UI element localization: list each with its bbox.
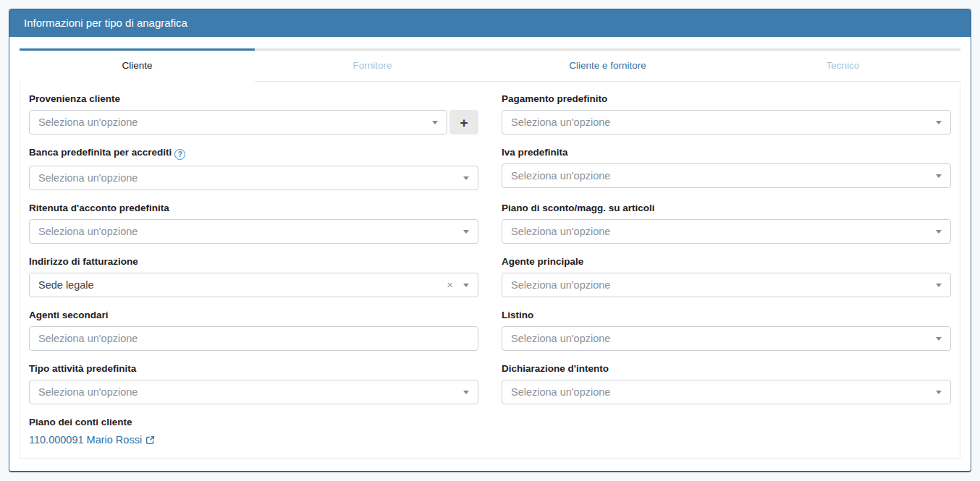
ritenuta-acconto-label: Ritenuta d'acconto predefinita: [29, 203, 478, 213]
field-piano-dei-conti: Piano dei conti cliente 110.000091 Mario…: [29, 417, 478, 446]
clear-selection-icon[interactable]: ×: [447, 278, 453, 291]
select-placeholder: Seleziona un'opzione: [38, 116, 138, 128]
field-banca-predefinita: Banca predefinita per accrediti? Selezio…: [29, 147, 478, 190]
select-placeholder: Seleziona un'opzione: [511, 116, 610, 128]
chevron-down-icon: [936, 121, 942, 124]
field-piano-sconto: Piano di sconto/magg. su articoli Selezi…: [502, 203, 951, 244]
chevron-down-icon: [936, 174, 942, 178]
chevron-down-icon: [936, 391, 942, 394]
piano-sconto-label: Piano di sconto/magg. su articoli: [502, 203, 951, 213]
banca-predefinita-select[interactable]: Seleziona un'opzione: [29, 166, 478, 190]
provenienza-cliente-select[interactable]: Seleziona un'opzione: [29, 110, 447, 135]
indirizzo-fatturazione-label: Indirizzo di fatturazione: [29, 256, 478, 267]
banca-predefinita-label-text: Banca predefinita per accrediti: [29, 147, 172, 158]
card-body: Cliente Fornitore Cliente e fornitore Te…: [9, 37, 971, 473]
cliente-form: Provenienza cliente Seleziona un'opzione…: [29, 93, 951, 451]
tipo-attivita-select[interactable]: Seleziona un'opzione: [29, 380, 478, 404]
select-placeholder: Seleziona un'opzione: [511, 279, 610, 291]
field-agente-principale: Agente principale Seleziona un'opzione: [502, 256, 951, 297]
tipo-attivita-label: Tipo attività predefinita: [29, 363, 478, 374]
select-placeholder: Seleziona un'opzione: [38, 333, 138, 344]
chevron-down-icon: [463, 230, 469, 234]
chevron-down-icon: [463, 391, 469, 394]
dichiarazione-intento-select[interactable]: Seleziona un'opzione: [502, 380, 951, 404]
chevron-down-icon: [936, 284, 942, 287]
add-provenienza-button[interactable]: +: [449, 110, 478, 135]
piano-dei-conti-label: Piano dei conti cliente: [29, 417, 478, 427]
selected-value: Sede legale: [38, 279, 94, 291]
provenienza-cliente-label: Provenienza cliente: [29, 93, 478, 104]
piano-dei-conti-link-text: 110.000091 Mario Rossi: [29, 434, 142, 446]
banca-predefinita-label: Banca predefinita per accrediti?: [29, 147, 478, 160]
piano-sconto-select[interactable]: Seleziona un'opzione: [502, 219, 951, 244]
piano-dei-conti-link[interactable]: 110.000091 Mario Rossi: [29, 434, 155, 446]
field-dichiarazione-intento: Dichiarazione d'intento Seleziona un'opz…: [502, 363, 951, 404]
field-agenti-secondari: Agenti secondari Seleziona un'opzione: [29, 310, 478, 351]
select-placeholder: Seleziona un'opzione: [38, 172, 138, 184]
select-placeholder: Seleziona un'opzione: [38, 226, 138, 237]
select-placeholder: Seleziona un'opzione: [38, 386, 138, 398]
field-tipo-attivita: Tipo attività predefinita Seleziona un'o…: [29, 363, 478, 404]
indirizzo-fatturazione-select[interactable]: Sede legale ×: [29, 273, 478, 297]
tab-tecnico[interactable]: Tecnico: [725, 48, 960, 82]
field-provenienza-cliente: Provenienza cliente Seleziona un'opzione…: [29, 93, 478, 135]
field-iva-predefinita: Iva predefinita Seleziona un'opzione: [502, 147, 951, 190]
field-pagamento-predefinito: Pagamento predefinito Seleziona un'opzio…: [502, 93, 951, 135]
ritenuta-acconto-select[interactable]: Seleziona un'opzione: [29, 219, 478, 244]
question-circle-icon[interactable]: ?: [174, 149, 185, 160]
tab-cliente-label: Cliente: [122, 60, 152, 71]
field-listino: Listino Seleziona un'opzione: [502, 310, 951, 351]
chevron-down-icon: [936, 230, 942, 234]
tab-tecnico-label: Tecnico: [827, 60, 860, 71]
chevron-down-icon: [463, 176, 469, 180]
field-ritenuta-acconto: Ritenuta d'acconto predefinita Seleziona…: [29, 203, 478, 244]
card-header: Informazioni per tipo di anagrafica: [9, 9, 971, 37]
select-placeholder: Seleziona un'opzione: [511, 170, 610, 182]
pagamento-predefinito-select[interactable]: Seleziona un'opzione: [502, 110, 951, 135]
listino-select[interactable]: Seleziona un'opzione: [502, 326, 951, 351]
iva-predefinita-label: Iva predefinita: [502, 147, 951, 158]
dichiarazione-intento-label: Dichiarazione d'intento: [502, 363, 951, 374]
chevron-down-icon: [432, 121, 438, 124]
field-indirizzo-fatturazione: Indirizzo di fatturazione Sede legale ×: [29, 256, 478, 297]
agente-principale-select[interactable]: Seleziona un'opzione: [502, 273, 951, 297]
select-placeholder: Seleziona un'opzione: [511, 386, 610, 398]
tab-cliente[interactable]: Cliente: [20, 48, 255, 82]
anagrafica-type-tabs: Cliente Fornitore Cliente e fornitore Te…: [20, 48, 960, 82]
select-placeholder: Seleziona un'opzione: [511, 333, 610, 344]
listino-label: Listino: [502, 310, 951, 320]
pagamento-predefinito-label: Pagamento predefinito: [502, 93, 951, 104]
anagrafica-info-card: Informazioni per tipo di anagrafica Clie…: [9, 9, 971, 472]
agenti-secondari-label: Agenti secondari: [29, 310, 478, 320]
agenti-secondari-select[interactable]: Seleziona un'opzione: [29, 326, 478, 351]
select-placeholder: Seleziona un'opzione: [511, 226, 610, 237]
agente-principale-label: Agente principale: [502, 256, 951, 267]
plus-icon: +: [460, 115, 468, 130]
chevron-down-icon: [936, 337, 942, 341]
tab-cliente-e-fornitore-label: Cliente e fornitore: [569, 60, 646, 71]
iva-predefinita-select[interactable]: Seleziona un'opzione: [502, 163, 951, 188]
chevron-down-icon: [463, 284, 469, 287]
panel-title: Informazioni per tipo di anagrafica: [24, 17, 187, 29]
tab-cliente-e-fornitore[interactable]: Cliente e fornitore: [490, 48, 725, 82]
external-link-icon: [145, 435, 155, 445]
tab-fornitore-label: Fornitore: [352, 60, 392, 71]
tab-content-cliente: Provenienza cliente Seleziona un'opzione…: [20, 82, 960, 459]
tab-fornitore[interactable]: Fornitore: [255, 48, 490, 82]
